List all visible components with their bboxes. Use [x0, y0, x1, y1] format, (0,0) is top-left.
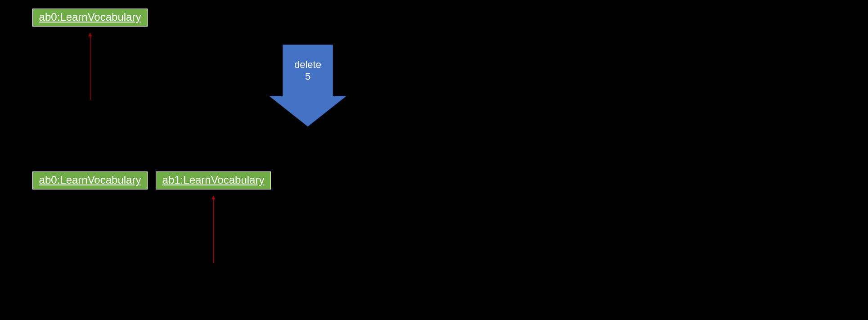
- node-label: ab0:LearnVocabulary: [39, 11, 141, 23]
- node-label: ab0:LearnVocabulary: [39, 174, 141, 186]
- operation-arrow-head-icon: [269, 96, 346, 127]
- operation-line1: delete: [283, 59, 333, 71]
- operation-line2: 5: [283, 71, 333, 82]
- svg-marker-0: [269, 96, 346, 126]
- node-label: ab1:LearnVocabulary: [162, 174, 265, 186]
- operation-arrow-body: delete 5: [283, 45, 333, 96]
- node-ab1-bottom: ab1:LearnVocabulary: [156, 171, 271, 189]
- arrow-shaft: [213, 199, 214, 263]
- arrow-shaft: [90, 36, 90, 100]
- node-ab0-top: ab0:LearnVocabulary: [32, 9, 148, 27]
- node-ab0-bottom: ab0:LearnVocabulary: [32, 171, 148, 189]
- diagram-canvas: ab0:LearnVocabulary delete 5 ab0:LearnVo…: [0, 0, 868, 320]
